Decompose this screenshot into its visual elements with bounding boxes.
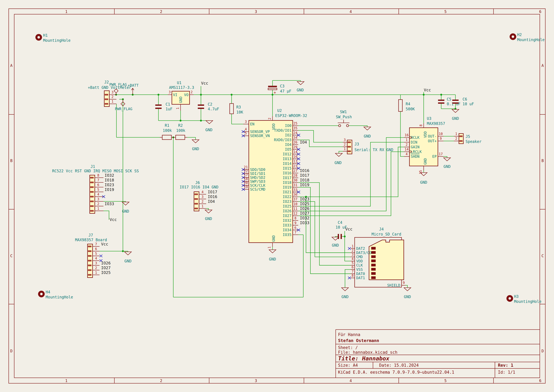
net-label: IO32: [300, 216, 309, 220]
net-label: IO4: [300, 140, 307, 145]
schematic-canvas[interactable]: 123456123456ABCDABCD: [0, 0, 554, 392]
pin-number: 1: [95, 271, 97, 274]
sd-contact-pad: [371, 255, 376, 258]
u2-ref: U2: [277, 108, 282, 113]
component-r3[interactable]: R3 10K: [230, 104, 243, 114]
tb-author: Stefan Ostermann: [338, 338, 379, 343]
gnd-symbol-j6[interactable]: GND: [205, 210, 212, 221]
component-u2[interactable]: U2 ESP32-WROOM-32 2 VDD 1 GND 3 EN 4 SEN…: [242, 108, 309, 248]
gnd-label: GND: [452, 116, 459, 121]
u1-pin-gnd: GND: [179, 96, 183, 103]
tb-date: Date: 15.01.2024: [379, 363, 419, 368]
pwr-flag-2[interactable]: PWR_FLAG: [115, 99, 132, 111]
pin-number: 4: [95, 257, 97, 260]
vcc-symbol-u1[interactable]: Vcc: [201, 81, 208, 85]
net-label: IO17: [300, 173, 309, 178]
pin-number: 1: [111, 100, 114, 103]
zone-col-bottom: 2: [160, 378, 162, 383]
sd-contact-pad: [371, 264, 376, 266]
u2-pin-gnd: GND: [271, 235, 276, 242]
pin-name: SDI/SD1: [250, 171, 265, 176]
pin-name: SHD/SD2: [250, 175, 265, 180]
mounting-hole-h2[interactable]: H2 MountingHole: [510, 33, 545, 42]
mounting-hole-value: MountingHole: [517, 38, 545, 42]
gnd-symbol-c6[interactable]: GND: [452, 109, 459, 121]
component-j7[interactable]: J7 MAX98357 Board 7 Vcc 6 5 4: [75, 233, 111, 278]
j7-ref: J7: [89, 233, 93, 238]
pin-name: EN: [250, 122, 255, 126]
component-j3[interactable]: J3 Serial: TX RX GND 3 2 1: [343, 138, 393, 154]
pin-number: 9: [294, 221, 297, 225]
junction-dot: [440, 94, 442, 96]
wire[interactable]: [306, 197, 351, 253]
pin-name: IO17: [283, 176, 291, 180]
pin-number: 4: [97, 193, 99, 196]
pin-number: 9: [403, 281, 405, 285]
net-label: IO18: [300, 178, 309, 182]
component-r1[interactable]: R1 100k: [160, 123, 173, 140]
c6-ref: C6: [463, 97, 467, 101]
wire[interactable]: [298, 147, 404, 197]
gnd-symbol-sw1[interactable]: GND: [364, 127, 371, 139]
no-connect-x: [348, 277, 351, 279]
sd-contact-pad: [371, 276, 376, 279]
gnd-symbol-sd-vss[interactable]: GND: [341, 288, 348, 299]
component-j6[interactable]: J6 IO17 IO16 IO4 GND 4 IO17 3 IO16 2 IO4…: [180, 181, 218, 211]
tb-rev: Rev: 1: [498, 363, 513, 368]
j6-ref: J6: [195, 181, 200, 185]
component-u1[interactable]: U1 AMS1117-3.3 VI VO GND 3 2 1: [168, 81, 194, 111]
junction-dot: [200, 120, 202, 122]
gnd-symbol-j3[interactable]: GND: [334, 153, 342, 165]
pin-number: 11: [293, 207, 297, 211]
mounting-hole-value: MountingHole: [43, 38, 70, 43]
pin-name: IO33: [283, 223, 291, 227]
component-c1[interactable]: C1 1uF: [155, 102, 172, 111]
junction-dot: [344, 236, 346, 238]
component-j1[interactable]: J1 RC522 Vcc RST GND IRQ MISO MOSI SCK S…: [52, 164, 139, 213]
wire[interactable]: [339, 151, 343, 153]
tb-tool: KiCad E.D.A. eeschema 7.0.9-7.0.9~ubuntu…: [338, 370, 454, 375]
sd-contact-pad: [371, 251, 376, 254]
component-r4[interactable]: R4 500K: [399, 100, 415, 112]
wire[interactable]: [206, 209, 208, 210]
j6-value: IO17 IO16 IO4 GND: [180, 185, 218, 189]
pin-number: 27: [293, 169, 297, 173]
mounting-hole-h3[interactable]: H3 MountingHole: [506, 294, 541, 304]
gnd-symbol-u3-gnd[interactable]: GND: [420, 173, 427, 185]
vcc-symbol-j1[interactable]: Vcc: [110, 217, 117, 222]
net-label: IO26: [101, 261, 111, 265]
net-label: IO32: [104, 173, 114, 178]
pin-number: 8: [97, 174, 99, 177]
u1-pin-vo: VO: [184, 93, 188, 97]
gnd-symbol-divider[interactable]: GND: [192, 140, 199, 151]
gnd-symbol-u2[interactable]: GND: [269, 250, 276, 261]
mounting-hole-h1[interactable]: H1 MountingHole: [35, 33, 70, 43]
component-r2[interactable]: R2 100k: [173, 123, 187, 140]
component-j5[interactable]: J5 Speaker 1 2: [454, 132, 481, 144]
gnd-symbol-c2[interactable]: GND: [205, 121, 213, 132]
component-c3[interactable]: + C3 47 µF: [268, 84, 291, 95]
gnd-label: GND: [443, 164, 450, 169]
vcc-symbol-u3[interactable]: Vcc: [424, 88, 431, 92]
gnd-symbol-sd-shield[interactable]: GND: [404, 288, 411, 299]
no-connect-x: [99, 255, 102, 257]
component-u3[interactable]: U3 MAX98357 8 VDD 15 GND 17 EP 16 BCLK 1…: [404, 116, 445, 174]
gnd-symbol-j7[interactable]: GND: [124, 252, 132, 263]
pin-number: 3: [111, 91, 114, 94]
component-sw1[interactable]: SW1 SW_Push: [336, 110, 352, 127]
wire[interactable]: [401, 112, 404, 156]
component-j4[interactable]: J4 Micro_SD_Card SHIELD 9 1 DAT2 2 DAT3/…: [348, 227, 406, 287]
pin-number: 1: [97, 207, 99, 210]
gnd-symbol-u3-ep[interactable]: GND: [443, 158, 450, 169]
pin-name: RXD0/IO3: [274, 138, 291, 142]
wire[interactable]: [104, 211, 109, 220]
c6-value: 10 uF: [463, 102, 474, 106]
pin-number: 24: [293, 131, 297, 135]
c1-ref: C1: [166, 102, 170, 106]
net-label: IO27: [300, 211, 309, 216]
gnd-label: GND: [205, 127, 213, 132]
gnd-symbol-c3[interactable]: GND: [297, 82, 304, 92]
wire[interactable]: [406, 285, 407, 288]
j5-value: Speaker: [465, 140, 481, 144]
mounting-hole-h4[interactable]: H4 MountingHole: [38, 290, 73, 299]
